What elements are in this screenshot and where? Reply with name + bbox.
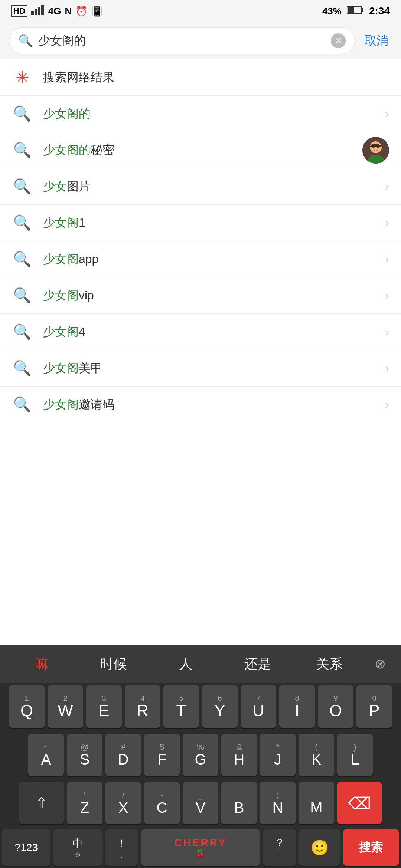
result-text-2: 少女阁的秘密	[43, 142, 362, 158]
key-x[interactable]: / X	[105, 782, 141, 824]
comma-button[interactable]: ！ ,	[105, 829, 138, 866]
search-mag-icon: 🔍	[12, 285, 33, 306]
list-item[interactable]: 🔍 少女阁的秘密	[0, 132, 401, 168]
chevron-right-icon: ›	[385, 361, 389, 375]
chevron-right-icon: ›	[385, 107, 389, 121]
key-n[interactable]: ; N	[260, 782, 296, 824]
key-t[interactable]: 5 T	[163, 685, 199, 728]
key-123-button[interactable]: ?123	[2, 829, 50, 866]
vibrate-icon: 📳	[91, 6, 103, 17]
hd-icon: HD	[11, 5, 27, 17]
key-v[interactable]: _ V	[183, 782, 218, 824]
key-a[interactable]: ~ A	[28, 734, 64, 776]
result-text-7: 少女阁4	[43, 324, 385, 340]
key-row-2: ~ A @ S # D $ F % G & H * J ( K	[0, 731, 401, 779]
key-p[interactable]: 0 P	[356, 685, 392, 728]
web-search-label: 搜索网络结果	[43, 69, 389, 86]
svg-rect-1	[35, 9, 37, 15]
result-text-4: 少女阁1	[43, 215, 385, 231]
alarm-icon: ⏰	[75, 6, 87, 17]
web-search-icon: ✳	[12, 67, 33, 88]
result-text-8: 少女阁美甲	[43, 360, 385, 377]
signal-icon	[31, 5, 45, 18]
cherry-label: CHERRY	[174, 837, 226, 849]
key-y[interactable]: 6 Y	[202, 685, 238, 728]
key-c[interactable]: - C	[144, 782, 180, 824]
cancel-button[interactable]: 取消	[361, 33, 392, 49]
list-item[interactable]: 🔍 少女阁美甲 ›	[0, 350, 401, 387]
clear-button[interactable]: ✕	[331, 33, 346, 48]
key-s[interactable]: @ S	[67, 734, 102, 776]
svg-point-11	[377, 146, 379, 148]
key-i[interactable]: 8 I	[279, 685, 315, 728]
avatar	[362, 137, 389, 164]
key-f[interactable]: $ F	[144, 734, 180, 776]
key-z[interactable]: ' Z	[67, 782, 102, 824]
key-e[interactable]: 3 E	[86, 685, 122, 728]
list-item[interactable]: 🔍 少女阁的 ›	[0, 96, 401, 132]
chevron-right-icon: ›	[385, 325, 389, 339]
candidate-item-0[interactable]: 嘛	[6, 655, 78, 673]
search-input[interactable]	[38, 34, 326, 48]
key-row-1: 1 Q 2 W 3 E 4 R 5 T 6 Y 7 U 8 I	[0, 683, 401, 731]
key-q[interactable]: 1 Q	[9, 685, 45, 728]
key-r[interactable]: 4 R	[125, 685, 160, 728]
space-button[interactable]: CHERRY 🍒	[141, 829, 260, 866]
nfc-icon: N	[65, 6, 72, 17]
svg-rect-3	[41, 5, 44, 15]
svg-point-8	[370, 141, 382, 153]
key-b[interactable]: : B	[221, 782, 257, 824]
svg-rect-0	[31, 11, 34, 15]
key-u[interactable]: 7 U	[241, 685, 276, 728]
key-o[interactable]: 9 O	[318, 685, 353, 728]
key-m[interactable]: ` M	[299, 782, 334, 824]
key-d[interactable]: # D	[105, 734, 141, 776]
key-row-bottom: ?123 中 ⊕ ！ , CHERRY 🍒 ？ 。 🙂 搜索	[0, 827, 401, 868]
search-results: ✳ 搜索网络结果 🔍 少女阁的 › 🔍 少女阁的秘密	[0, 59, 401, 423]
lang-button[interactable]: 中 ⊕	[53, 829, 102, 866]
search-mag-icon: 🔍	[12, 358, 33, 379]
key-j[interactable]: * J	[260, 734, 296, 776]
status-bar: HD 4G N ⏰ 📳 43% 2:34	[0, 0, 401, 22]
result-text-6: 少女阁vip	[43, 287, 385, 304]
question-button[interactable]: ？ 。	[263, 829, 296, 866]
chevron-right-icon: ›	[385, 398, 389, 411]
list-item[interactable]: 🔍 少女阁1 ›	[0, 205, 401, 241]
key-l[interactable]: ) L	[337, 734, 373, 776]
list-item[interactable]: 🔍 少女阁vip ›	[0, 277, 401, 314]
keyboard: 嘛 时候 人 还是 关系 ⊗ 1 Q 2 W 3 E 4 R 5 T 6 Y	[0, 645, 401, 868]
key-g[interactable]: % G	[183, 734, 218, 776]
backspace-button[interactable]: ⌫	[337, 782, 382, 824]
candidate-item-1[interactable]: 时候	[78, 655, 150, 673]
key-h[interactable]: & H	[221, 734, 257, 776]
list-item[interactable]: 🔍 少女阁邀请码 ›	[0, 387, 401, 423]
search-mag-icon: 🔍	[12, 213, 33, 233]
chevron-right-icon: ›	[385, 216, 389, 230]
search-mag-icon: 🔍	[12, 394, 33, 415]
candidate-item-4[interactable]: 关系	[293, 655, 365, 673]
svg-point-10	[373, 146, 375, 148]
network-type: 4G	[48, 6, 61, 17]
key-k[interactable]: ( K	[299, 734, 334, 776]
shift-button[interactable]: ⇧	[19, 782, 64, 824]
emoji-button[interactable]: 🙂	[299, 829, 340, 866]
list-item[interactable]: 🔍 少女阁4 ›	[0, 314, 401, 350]
candidate-item-2[interactable]: 人	[150, 655, 222, 673]
delete-candidate-button[interactable]: ⊗	[365, 656, 395, 672]
candidate-item-3[interactable]: 还是	[222, 655, 294, 673]
search-mag-icon: 🔍	[12, 140, 33, 161]
web-search-item[interactable]: ✳ 搜索网络结果	[0, 59, 401, 96]
status-left: HD 4G N ⏰ 📳	[11, 5, 103, 18]
search-input-container[interactable]: 🔍 ✕	[9, 27, 355, 54]
cherry-fruit-icon: 🍒	[195, 849, 205, 858]
search-mag-icon: 🔍	[12, 249, 33, 270]
svg-rect-5	[362, 8, 363, 12]
chevron-right-icon: ›	[385, 252, 389, 266]
time: 2:34	[369, 5, 390, 17]
list-item[interactable]: 🔍 少女阁app ›	[0, 241, 401, 277]
svg-rect-2	[38, 7, 40, 15]
list-item[interactable]: 🔍 少女图片 ›	[0, 168, 401, 205]
search-mag-icon: 🔍	[12, 322, 33, 342]
search-button[interactable]: 搜索	[343, 829, 399, 866]
key-w[interactable]: 2 W	[48, 685, 83, 728]
